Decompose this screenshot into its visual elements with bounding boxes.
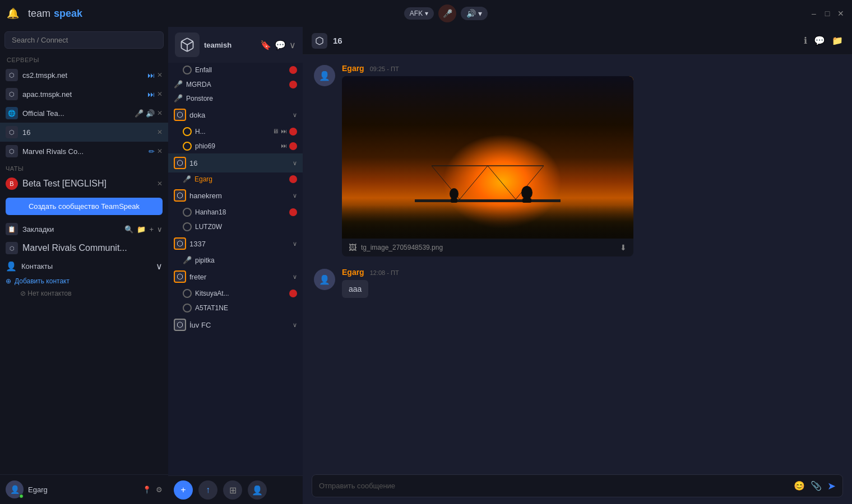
bookmark-folder-icon[interactable]: 📁 [137,225,146,234]
upload-button[interactable]: ↑ [198,480,217,500]
profile-actions: 📍 ⚙ [142,486,163,494]
contacts-chevron[interactable]: ∨ [156,261,163,272]
sidebar: Search / Connect Серверы ⬡ cs2.tmspk.net… [0,27,168,504]
sidebar-item-beta-test[interactable]: B Beta Test [ENGLISH] ✕ [0,174,168,193]
sound-button[interactable]: 🔊 ▾ [461,7,488,20]
channel-user-a5tat1ne[interactable]: A5TAT1NE [168,301,303,315]
create-community-button[interactable]: Создать сообщество TeamSpeak [6,198,163,215]
channel-user-h[interactable]: H... 🖥 ⏭ [168,124,303,139]
channel-panel: teamish 🔖 💬 ∨ Enfall 🎤 MGRDA 🎤 Ponstore [168,27,303,504]
no-contacts-text: Нет контактов [27,290,71,297]
bookmarks-row[interactable]: 📋 Закладки 🔍 📁 + ∨ [0,220,168,239]
channel-user-hanhan18[interactable]: Hanhan18 [168,205,303,220]
icons-hanhan18 [289,208,297,216]
channel-user-lutz0w[interactable]: LUTZ0W [168,220,303,234]
server-close-cs2[interactable]: ✕ [157,71,163,79]
chat-header-channel-icon [312,33,327,49]
server-mic-icon[interactable]: 🎤 [135,109,143,118]
send-button[interactable]: ➤ [827,480,836,492]
chat-header: 16 ℹ 💬 📁 [303,27,852,55]
download-icon[interactable]: ⬇ [620,243,627,252]
attach-icon[interactable]: 📎 [811,480,822,491]
server-close-apac[interactable]: ✕ [157,90,163,98]
sidebar-item-cs2[interactable]: ⬡ cs2.tmspk.net ⏭ ✕ [0,66,168,85]
channel-iuv-fc[interactable]: İuv FC ∨ [168,315,303,334]
chat-messages: 👤 Egarg 09:25 - ПТ [303,55,852,468]
settings-icon[interactable]: ⚙ [156,486,163,494]
layout-button[interactable]: ⊞ [223,480,242,500]
user-name-ponstore: Ponstore [186,95,297,102]
chat-input-bar: 😊 📎 ➤ [312,474,843,497]
add-channel-button[interactable]: + [174,480,193,500]
channel-user-egarg[interactable]: 🎤 Egarg [168,172,303,186]
mic-mgrda-icon: 🎤 [174,80,183,88]
mic-mute-button[interactable]: 🎤 [438,4,456,22]
top-user-enfall[interactable]: Enfall [168,63,303,77]
emoji-icon[interactable]: 😊 [794,480,805,491]
server-play-icon-2[interactable]: ⏭ [147,90,155,99]
chat-close-beta[interactable]: ✕ [157,180,163,188]
server-header-icons: 🔖 💬 ∨ [260,40,296,50]
channel-16[interactable]: 16 ∨ [168,153,303,172]
channel-user-kitsuya[interactable]: KitsuyaAt... [168,286,303,301]
channel-hanekrem[interactable]: hanekrem ∨ [168,186,303,205]
channel-doka[interactable]: doka ∨ [168,105,303,124]
sidebar-item-official[interactable]: 🌐 Official Tea... 🎤 🔊 ✕ [0,104,168,123]
chevron-down-icon[interactable]: ∨ [289,40,296,50]
location-icon[interactable]: 📍 [142,486,151,494]
server-close-marvel[interactable]: ✕ [157,147,163,155]
user-name-mgrda: MGRDA [186,81,286,88]
server-sound-icon[interactable]: 🔊 [146,109,155,118]
titlebar: 🔔 teamspeak AFK ▾ 🎤 🔊 ▾ – □ ✕ [0,0,852,27]
bookmark-search-icon[interactable]: 🔍 [124,225,133,234]
minimize-button[interactable]: – [809,9,818,18]
name-kitsuya: KitsuyaAt... [195,290,286,297]
bookmark-header-icon[interactable]: 🔖 [260,40,271,50]
user-mgrda[interactable]: 🎤 MGRDA [168,77,303,91]
status-a5tat1ne [183,304,192,312]
sidebar-item-16[interactable]: ⬡ 16 ✕ [0,123,168,142]
channel-chevron-doka: ∨ [293,111,297,119]
chat-input-area: 😊 📎 ➤ [303,468,852,504]
add-contact-plus-icon: ⊕ [6,277,11,285]
status-hanhan18 [183,208,192,217]
close-button[interactable]: ✕ [836,9,845,18]
user-settings-button[interactable]: 👤 [248,480,267,500]
msg-content-2: Egarg 12:08 - ПТ aaa [342,268,841,298]
files-icon[interactable]: 📁 [832,35,843,46]
contacts-row[interactable]: 👤 Контакты ∨ [0,258,168,275]
channel-name-freter: freter [189,273,289,281]
maximize-button[interactable]: □ [823,9,832,18]
channel-name-hanekrem: hanekrem [189,192,289,200]
sidebar-item-apac[interactable]: ⬡ apac.tmspk.net ⏭ ✕ [0,85,168,104]
msg-image-1 [342,76,633,239]
message-input[interactable] [319,475,788,497]
marvel-community-name: Marvel Rivals Communit... [22,243,127,253]
channel-user-pipitka[interactable]: 🎤 pipitka [168,253,303,267]
sound-chevron: ▾ [478,9,482,18]
bookmark-chevron-icon[interactable]: ∨ [157,225,163,234]
chat-bubble-icon[interactable]: 💬 [814,35,825,46]
bookmark-add-icon[interactable]: + [149,225,154,234]
search-connect-input[interactable]: Search / Connect [4,31,164,49]
svg-point-7 [521,186,532,199]
channel-freter[interactable]: freter ∨ [168,267,303,286]
server-close-official[interactable]: ✕ [157,109,163,117]
sidebar-item-marvel-community[interactable]: ⬡ Marvel Rivals Communit... [0,239,168,258]
speaker-icon: 🔊 [466,9,476,18]
server-play-icon[interactable]: ⏭ [147,71,155,80]
status-chip[interactable]: AFK ▾ [404,7,434,20]
user-ponstore[interactable]: 🎤 Ponstore [168,91,303,105]
server-close-16[interactable]: ✕ [157,128,163,136]
add-contact-button[interactable]: ⊕ Добавить контакт [0,275,168,287]
chat-header-icon-btn[interactable]: 💬 [275,40,286,50]
info-icon[interactable]: ℹ [804,35,807,46]
server-edit-icon[interactable]: ✏ [149,147,155,156]
server-icon-apac: ⬡ [6,88,18,100]
marvel-community-icon: ⬡ [6,242,18,254]
main-container: Search / Connect Серверы ⬡ cs2.tmspk.net… [0,27,852,504]
channel-1337[interactable]: 1337 ∨ [168,234,303,253]
bell-icon[interactable]: 🔔 [7,7,19,20]
sidebar-item-marvel[interactable]: ⬡ Marvel Rivals Co... ✏ ✕ [0,142,168,161]
channel-user-phio69[interactable]: phio69 ⏭ [168,139,303,153]
